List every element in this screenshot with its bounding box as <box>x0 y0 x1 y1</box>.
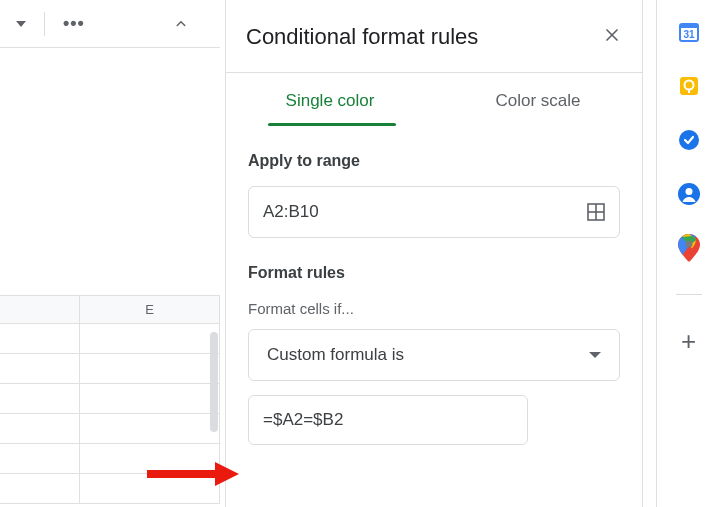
calendar-icon[interactable]: 31 <box>677 20 701 44</box>
maps-icon[interactable] <box>677 236 701 260</box>
svg-text:31: 31 <box>683 29 695 40</box>
table-row[interactable] <box>0 354 220 384</box>
chevron-down-icon <box>589 352 601 358</box>
table-row[interactable] <box>0 474 220 504</box>
apply-to-range-label: Apply to range <box>248 152 620 170</box>
conditional-format-panel: Conditional format rules Single color Co… <box>225 0 643 507</box>
condition-select[interactable]: Custom formula is <box>248 329 620 381</box>
svg-point-12 <box>685 241 692 248</box>
toolbar-separator <box>44 12 45 36</box>
format-rules-label: Format rules <box>248 264 620 282</box>
condition-select-value: Custom formula is <box>267 345 404 365</box>
svg-point-9 <box>679 130 699 150</box>
format-cells-if-label: Format cells if... <box>248 300 620 317</box>
formula-value: =$A2=$B2 <box>263 410 343 430</box>
table-row[interactable] <box>0 384 220 414</box>
side-panel-rail: 31 + <box>656 0 720 507</box>
rail-separator <box>676 294 702 295</box>
range-value: A2:B10 <box>263 202 319 222</box>
column-header-row: E <box>0 296 220 324</box>
keep-icon[interactable] <box>677 74 701 98</box>
column-header-e[interactable]: E <box>80 296 220 323</box>
range-input[interactable]: A2:B10 <box>248 186 620 238</box>
close-icon[interactable] <box>602 25 622 49</box>
table-row[interactable] <box>0 444 220 474</box>
collapse-up-icon[interactable] <box>172 15 190 33</box>
svg-rect-4 <box>680 24 698 28</box>
table-row[interactable] <box>0 324 220 354</box>
toolbar-fragment: ••• <box>0 0 220 48</box>
dropdown-caret-icon[interactable] <box>16 21 26 27</box>
svg-point-11 <box>685 188 692 195</box>
more-options-icon[interactable]: ••• <box>63 13 85 34</box>
contacts-icon[interactable] <box>677 182 701 206</box>
add-addon-icon[interactable]: + <box>677 329 701 353</box>
spreadsheet-grid[interactable]: E <box>0 295 220 505</box>
tasks-icon[interactable] <box>677 128 701 152</box>
table-row[interactable] <box>0 414 220 444</box>
tab-single-color[interactable]: Single color <box>226 91 434 123</box>
vertical-scrollbar[interactable] <box>210 332 218 432</box>
panel-title: Conditional format rules <box>246 24 478 50</box>
formula-input[interactable]: =$A2=$B2 <box>248 395 528 445</box>
select-range-icon[interactable] <box>587 203 605 221</box>
tab-color-scale[interactable]: Color scale <box>434 91 642 123</box>
format-tabs: Single color Color scale <box>226 73 642 123</box>
